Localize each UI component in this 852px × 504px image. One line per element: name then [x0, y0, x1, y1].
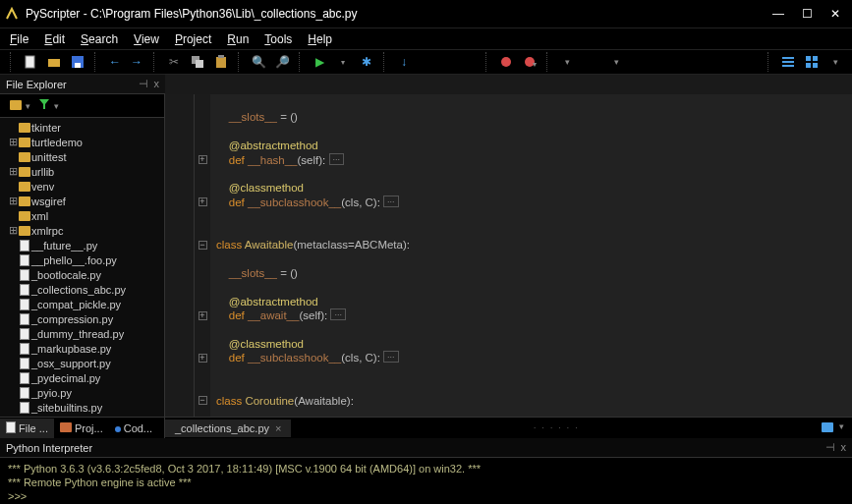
code-line[interactable]	[216, 323, 846, 337]
find-icon[interactable]: 🔍	[250, 53, 267, 71]
minimize-button[interactable]: —	[772, 7, 784, 21]
menu-edit[interactable]: Edit	[44, 32, 65, 46]
tree-file[interactable]: _bootlocale.py	[0, 267, 164, 282]
dropdown-1-icon[interactable]: ▾	[558, 53, 576, 71]
code-line[interactable]: class Awaitable(metaclass=ABCMeta):	[216, 238, 846, 252]
code-line[interactable]	[216, 280, 846, 294]
code-content[interactable]: __slots__ = () @abstractmethod def __has…	[210, 94, 852, 417]
code-editor[interactable]: + + − + + − + + + __slots__ = () @abstra…	[165, 94, 852, 417]
file-tree[interactable]: tkinter⊞turtledemounittest⊞urllibvenv⊞ws…	[0, 118, 164, 417]
find-in-files-icon[interactable]: 🔎	[273, 53, 291, 71]
fold-marker-icon[interactable]: +	[199, 197, 207, 206]
tree-file[interactable]: _compression.py	[0, 311, 164, 326]
close-button[interactable]: ✕	[830, 7, 840, 21]
tree-expand-icon[interactable]: ⊞	[8, 224, 18, 237]
explorer-nav-dropdown-icon[interactable]: ▾	[26, 101, 30, 111]
sidebar-tab-cod[interactable]: Cod...	[109, 420, 158, 437]
editor-nav-dropdown-icon[interactable]: ▾	[839, 421, 844, 435]
code-line[interactable]	[216, 96, 846, 110]
code-line[interactable]	[216, 379, 846, 393]
tree-folder[interactable]: ⊞turtledemo	[0, 135, 164, 149]
panel-close-icon[interactable]: x	[154, 78, 160, 90]
sidebar-tab-proj[interactable]: Proj...	[54, 420, 109, 437]
interpreter-close-icon[interactable]: x	[841, 441, 847, 454]
code-line[interactable]	[216, 252, 846, 265]
code-line[interactable]: def __hash__(self): ···	[216, 153, 846, 167]
tree-folder[interactable]: tkinter	[0, 120, 164, 135]
code-line[interactable]: @abstractmethod	[216, 139, 846, 152]
menu-search[interactable]: Search	[81, 32, 118, 46]
code-line[interactable]: @classmethod	[216, 337, 846, 351]
forward-icon[interactable]: →	[128, 53, 145, 71]
menu-view[interactable]: View	[134, 32, 159, 46]
menu-project[interactable]: Project	[175, 32, 211, 46]
tree-file[interactable]: _compat_pickle.py	[0, 297, 164, 311]
explorer-filter-icon[interactable]	[38, 98, 50, 113]
code-line[interactable]: @abstractmethod	[216, 295, 846, 308]
fold-marker-icon[interactable]: +	[199, 354, 207, 363]
tree-file[interactable]: _sitebuiltins.py	[0, 400, 164, 415]
new-file-icon[interactable]	[22, 53, 39, 71]
tree-file[interactable]: _dummy_thread.py	[0, 326, 164, 341]
cut-icon[interactable]: ✂	[165, 53, 183, 71]
tree-file[interactable]: __phello__.foo.py	[0, 252, 164, 267]
interpreter-console[interactable]: *** Python 3.6.3 (v3.6.3:2c5fed8, Oct 3 …	[0, 458, 852, 504]
editor-tab-active[interactable]: _collections_abc.py ×	[165, 420, 291, 437]
code-line[interactable]	[216, 365, 846, 379]
debug-icon[interactable]: ✱	[358, 53, 375, 71]
tree-folder[interactable]: venv	[0, 179, 164, 194]
interpreter-pin-icon[interactable]: ⊣	[825, 441, 835, 454]
menu-run[interactable]: Run	[227, 32, 249, 46]
explorer-filter-dropdown-icon[interactable]: ▾	[54, 101, 59, 111]
fold-marker-icon[interactable]: +	[199, 311, 207, 320]
tree-folder[interactable]: ⊞xmlrpc	[0, 223, 164, 238]
code-line[interactable]	[216, 224, 846, 238]
tree-folder[interactable]: xml	[0, 208, 164, 223]
code-line[interactable]	[216, 167, 846, 181]
code-line[interactable]	[216, 209, 846, 223]
dropdown-2-icon[interactable]: ▾	[607, 53, 625, 71]
tree-folder[interactable]: unittest	[0, 149, 164, 164]
explorer-up-icon[interactable]	[10, 99, 22, 113]
tree-expand-icon[interactable]: ⊞	[8, 165, 18, 178]
run-icon[interactable]: ▶	[311, 53, 328, 71]
menu-file[interactable]: File	[10, 32, 28, 46]
code-line[interactable]: __slots__ = ()	[216, 266, 846, 280]
menu-help[interactable]: Help	[308, 32, 332, 46]
step-icon[interactable]: ↓	[395, 53, 413, 71]
code-line[interactable]	[216, 408, 846, 417]
fold-marker-icon[interactable]: −	[199, 396, 207, 405]
fold-marker-icon[interactable]: −	[199, 241, 207, 250]
code-line[interactable]: @classmethod	[216, 181, 846, 195]
breakpoint-icon[interactable]: ▾	[521, 53, 539, 71]
run-dropdown-icon[interactable]: ▾	[334, 53, 352, 71]
tree-folder[interactable]: ⊞wsgiref	[0, 194, 164, 208]
back-icon[interactable]: ←	[106, 53, 124, 71]
tree-file[interactable]: _pydecimal.py	[0, 370, 164, 385]
tree-file[interactable]: __future__.py	[0, 238, 164, 252]
panel-pin-icon[interactable]: ⊣	[139, 78, 148, 90]
code-line[interactable]: def __subclasshook__(cls, C): ···	[216, 196, 846, 209]
tree-folder[interactable]: ⊞urllib	[0, 164, 164, 179]
copy-icon[interactable]	[189, 53, 206, 71]
open-file-icon[interactable]	[45, 53, 63, 71]
layout-list-icon[interactable]	[779, 53, 797, 71]
sidebar-tab-file[interactable]: File ...	[0, 419, 54, 438]
tree-file[interactable]: _osx_support.py	[0, 356, 164, 370]
paste-icon[interactable]	[212, 53, 230, 71]
layout-dropdown-icon[interactable]: ▾	[826, 53, 844, 71]
editor-nav-icon-1[interactable]	[822, 421, 833, 435]
tree-file[interactable]: _markupbase.py	[0, 341, 164, 356]
tree-expand-icon[interactable]: ⊞	[8, 195, 18, 207]
code-line[interactable]: def __await__(self): ···	[216, 308, 846, 322]
layout-grid-icon[interactable]	[803, 53, 821, 71]
tree-file[interactable]: _collections_abc.py	[0, 282, 164, 297]
code-line[interactable]	[216, 125, 846, 139]
record-icon[interactable]	[497, 53, 515, 71]
maximize-button[interactable]: ☐	[802, 7, 813, 21]
code-line[interactable]: __slots__ = ()	[216, 110, 846, 124]
tab-close-icon[interactable]: ×	[275, 422, 281, 434]
code-line[interactable]: def __subclasshook__(cls, C): ···	[216, 351, 846, 364]
menu-tools[interactable]: Tools	[264, 32, 292, 46]
tree-file[interactable]: _pyio.py	[0, 385, 164, 400]
